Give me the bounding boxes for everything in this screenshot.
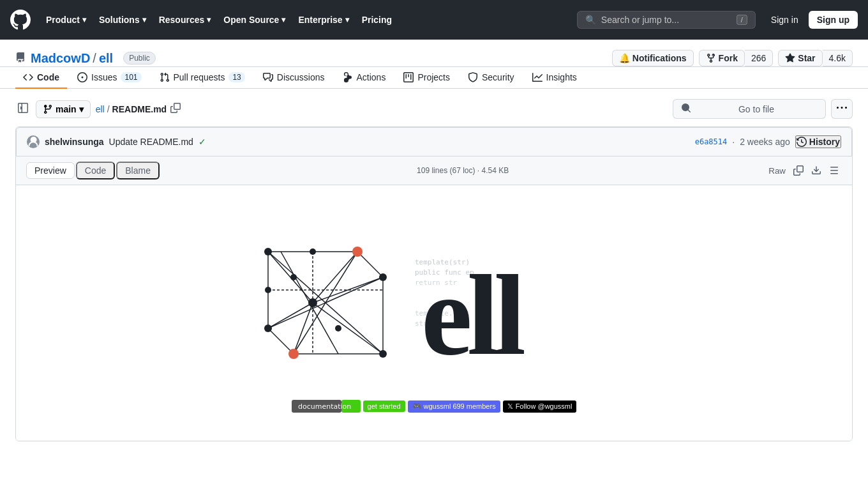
copy-raw-button[interactable] [791, 163, 806, 178]
nav-solutions[interactable]: Solutions ▾ [94, 11, 151, 29]
tab-security[interactable]: Security [460, 67, 522, 89]
code-tab[interactable]: Code [76, 162, 115, 179]
readme-content: .edge { stroke: #1c2128; stroke-width: 1… [26, 213, 842, 413]
tab-insights[interactable]: Insights [525, 67, 585, 89]
commit-author[interactable]: shelwinsunga [45, 137, 104, 147]
go-to-file-button[interactable]: Go to file [673, 99, 826, 119]
svg-point-23 [264, 324, 272, 332]
file-view: shelwinsunga Update README.md ✓ e6a8514 … [15, 126, 853, 441]
file-content: .edge { stroke: #1c2128; stroke-width: 1… [16, 185, 852, 441]
chevron-down-icon: ▾ [82, 15, 86, 24]
repo-actions: 🔔 Notifications Fork 266 Star 4.6k [612, 50, 853, 66]
outline-icon [829, 165, 839, 176]
nav-product[interactable]: Product ▾ [41, 11, 91, 29]
file-area: main ▾ ell / README.md Go to file [0, 89, 868, 452]
svg-point-28 [290, 274, 297, 280]
tab-code[interactable]: Code [15, 67, 67, 89]
tab-actions[interactable]: Actions [335, 67, 394, 89]
nav-pricing[interactable]: Pricing [357, 11, 397, 29]
file-view-header: Preview Code Blame 109 lines (67 loc) · … [16, 156, 852, 185]
svg-line-1 [357, 252, 383, 277]
search-icon [681, 103, 691, 115]
blame-tab[interactable]: Blame [116, 162, 160, 179]
readme-logo: .edge { stroke: #1c2128; stroke-width: 1… [217, 213, 651, 392]
nav-enterprise[interactable]: Enterprise ▾ [293, 11, 354, 29]
sidebar-toggle-button[interactable] [15, 100, 31, 118]
svg-line-4 [268, 328, 294, 354]
repo-name-link[interactable]: ell [99, 51, 113, 66]
breadcrumb-repo-link[interactable]: ell [96, 104, 105, 114]
chevron-down-icon: ▾ [142, 15, 146, 24]
tab-discussions[interactable]: Discussions [255, 67, 333, 89]
svg-line-9 [313, 303, 383, 354]
visibility-badge: Public [123, 52, 156, 65]
svg-line-11 [268, 303, 313, 328]
github-logo[interactable] [10, 10, 31, 30]
file-breadcrumb: ell / README.md [96, 102, 182, 116]
nav-open-source[interactable]: Open Source ▾ [218, 11, 290, 29]
more-options-button[interactable] [831, 99, 853, 119]
branch-selector[interactable]: main ▾ [36, 100, 91, 118]
commit-sha-link[interactable]: e6a8514 [695, 137, 728, 146]
chevron-down-icon: ▾ [281, 15, 285, 24]
svg-point-24 [308, 298, 317, 307]
search-box[interactable]: 🔍 Search or jump to... / [577, 11, 756, 29]
sign-in-button[interactable]: Sign in [766, 11, 804, 28]
actions-icon [343, 72, 353, 82]
svg-point-25 [310, 248, 316, 255]
download-icon [811, 165, 821, 176]
commit-status-icon: ✓ [198, 137, 206, 147]
file-toolbar-right: Go to file [673, 99, 853, 119]
readme-badges: get started 🎮wgussml 699 members 𝕏Follow… [292, 400, 577, 413]
ell-text-logo: template(str) public func ep return str … [408, 213, 651, 392]
star-group: Star 4.6k [778, 50, 853, 66]
commit-message: Update README.md [109, 137, 193, 147]
svg-point-22 [288, 349, 299, 359]
fork-button[interactable]: Fork [699, 50, 745, 66]
nav-resources[interactable]: Resources ▾ [154, 11, 216, 29]
commit-time: 2 weeks ago [740, 137, 790, 147]
star-count[interactable]: 4.6k [823, 50, 853, 66]
copy-icon [793, 165, 804, 176]
preview-tab[interactable]: Preview [26, 162, 75, 179]
search-container: 🔍 Search or jump to... / [577, 11, 756, 29]
repo-header: MadcowD / ell Public 🔔 Notifications For… [0, 40, 868, 67]
sign-up-button[interactable]: Sign up [809, 11, 858, 29]
get-started-badge[interactable]: get started [363, 400, 405, 412]
history-icon [797, 137, 807, 147]
outline-button[interactable] [827, 163, 842, 178]
history-button[interactable]: History [795, 135, 841, 148]
breadcrumb-file: README.md [112, 104, 167, 114]
repo-owner-link[interactable]: MadcowD [31, 51, 90, 66]
copy-path-button[interactable] [169, 102, 182, 116]
repo-type-icon [15, 52, 26, 65]
tab-issues[interactable]: Issues 101 [70, 67, 149, 89]
documentation-badge[interactable] [292, 400, 361, 413]
issues-icon [77, 72, 87, 82]
pr-icon [160, 72, 170, 82]
chevron-down-icon: ▾ [79, 104, 84, 114]
main-nav: Product ▾ Solutions ▾ Resources ▾ Open S… [41, 11, 397, 29]
notifications-group: 🔔 Notifications [612, 50, 694, 66]
tab-projects[interactable]: Projects [396, 67, 458, 89]
file-actions: Raw [766, 163, 842, 178]
star-button[interactable]: Star [778, 50, 822, 66]
commit-dot-sep: · [732, 137, 735, 147]
svg-line-14 [268, 277, 383, 328]
insights-icon [532, 72, 542, 82]
discord-badge[interactable]: 🎮wgussml 699 members [408, 400, 500, 413]
tab-pull-requests[interactable]: Pull requests 13 [152, 67, 253, 89]
security-icon [468, 72, 478, 82]
raw-button[interactable]: Raw [766, 164, 788, 178]
file-toolbar: main ▾ ell / README.md Go to file [15, 99, 853, 119]
network-graph-image: .edge { stroke: #1c2128; stroke-width: 1… [217, 213, 408, 392]
notifications-button[interactable]: 🔔 Notifications [612, 50, 694, 66]
file-view-tabs: Preview Code Blame [26, 162, 160, 179]
download-button[interactable] [809, 163, 824, 178]
twitter-badge[interactable]: 𝕏Follow @wgussml [503, 400, 577, 413]
search-shortcut: / [737, 15, 747, 25]
search-icon: 🔍 [585, 15, 596, 25]
svg-point-20 [379, 273, 387, 281]
author-avatar [27, 135, 40, 148]
fork-count[interactable]: 266 [745, 50, 773, 66]
